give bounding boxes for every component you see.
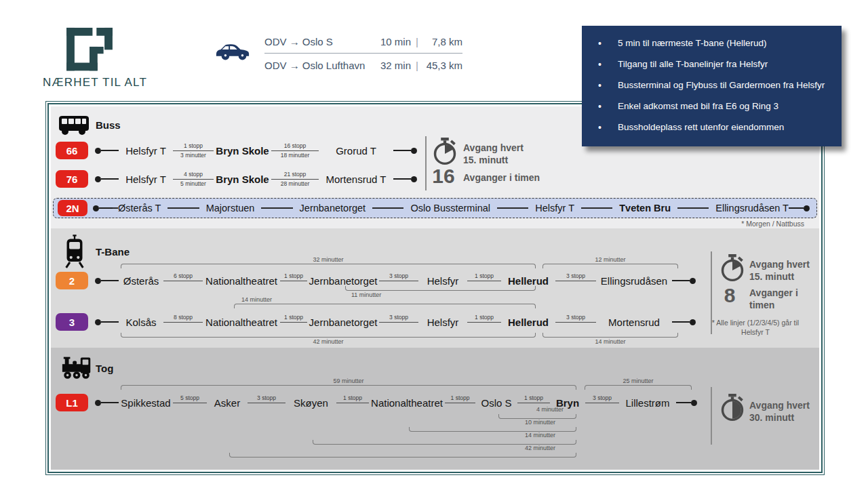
leg-stops: 1 stopp	[517, 394, 550, 403]
bracket-label: 12 minutter	[595, 256, 625, 263]
bracket-label: 14 minutter	[241, 296, 272, 303]
transit-board: Buss 66 Helsfyr T 1 stopp 3 minutter Bry…	[47, 103, 823, 473]
section-tog: Tog 59 minutter 25 minutter L1 Spikkesta…	[51, 348, 819, 470]
bullet-text: 5 min til nærmeste T-bane (Hellerud)	[618, 38, 767, 48]
frequency-label: Avganger i timen	[749, 287, 814, 311]
bracket-label: 42 minutter	[525, 445, 555, 451]
leg-stops: 3 stopp	[379, 272, 418, 281]
leg-stops: 8 stopp	[163, 314, 203, 322]
station-name: Mortensrud	[596, 317, 672, 328]
route-line	[261, 207, 292, 209]
headway-text: Avgang hvert 30. minutt	[749, 399, 824, 424]
station-name: Skøyen	[285, 397, 336, 409]
time-value: 32 min	[373, 60, 411, 71]
leg-stops: 5 stopp	[173, 394, 207, 403]
leg-time: 3 minutter	[173, 151, 214, 159]
station-name: Hellerud	[501, 317, 555, 328]
route-end-dot	[393, 176, 417, 182]
route-leg: 3 stopp	[379, 272, 418, 288]
bullet-text: Enkel adkomst med bil fra E6 og Ring 3	[618, 101, 778, 111]
separator: |	[411, 36, 423, 47]
time-bracket: 14 minutter	[234, 304, 536, 308]
route-end-dot	[676, 400, 697, 406]
time-bracket: 42 minutter	[229, 453, 576, 458]
station-name: Østerås T	[118, 203, 161, 214]
footnote-nattbuss: * Morgen / Nattbuss	[741, 220, 804, 228]
time-bracket: 12 minutter	[542, 264, 678, 268]
leg-stops: 1 stopp	[280, 272, 307, 281]
bullet-icon: •	[598, 38, 601, 49]
section-title-tog: Tog	[96, 363, 113, 374]
station-name: Bryn Skole	[214, 174, 271, 185]
route-leg: 1 stopp	[517, 394, 550, 410]
bracket-label: 10 minutter	[525, 419, 555, 426]
route-label: ODV → Oslo S	[264, 36, 373, 47]
drive-times-table: ODV → Oslo S 10 min | 7,8 km ODV → Oslo …	[264, 30, 462, 77]
station-name: Oslo S	[475, 397, 517, 409]
bullet-item: •Bussterminal og Flybuss til Gardermoen …	[582, 75, 842, 96]
route-line	[167, 207, 199, 209]
frequency-count: 16	[428, 165, 459, 188]
leg-stops: 1 stopp	[467, 272, 501, 281]
station-name: Kolsås	[119, 317, 163, 328]
bullet-item: •5 min til nærmeste T-bane (Hellerud)	[582, 33, 842, 54]
station-name: Nationaltheatret	[203, 275, 280, 287]
leg-stops: 3 stopp	[585, 394, 619, 403]
bracket-label: 32 minutter	[313, 256, 343, 263]
leg-stops: 1 stopp	[173, 142, 214, 150]
bullet-icon: •	[598, 80, 601, 91]
drive-time-row: ODV → Oslo Lufthavn 32 min | 45,3 km	[264, 54, 462, 77]
route-badge: 66	[56, 142, 88, 159]
route-leg: 21 stopp 28 minutter	[271, 171, 319, 186]
bracket-label: 59 minutter	[333, 378, 363, 384]
route-line	[372, 207, 403, 209]
station-name: Lillestrøm	[619, 397, 676, 409]
bracket-label: 14 minutter	[525, 432, 555, 439]
station-name: Asker	[207, 397, 248, 409]
leg-stops: 1 stopp	[336, 394, 369, 403]
route-leg: 3 stopp	[379, 314, 418, 329]
station-name: Helsfyr	[418, 275, 467, 287]
station-name: Tveten Bru	[619, 203, 671, 214]
route-leg: 4 stopp 5 minutter	[173, 171, 214, 186]
route-leg: 3 stopp	[248, 394, 285, 410]
route-badge: 3	[56, 313, 88, 331]
divider	[711, 387, 712, 445]
section-title-tbane: T-Bane	[96, 246, 130, 258]
leg-stops: 3 stopp	[379, 314, 418, 322]
distance-value: 7,8 km	[423, 36, 462, 47]
station-name: Hellerud	[501, 275, 555, 287]
route-leg: 6 stopp	[163, 272, 203, 288]
bracket-label: 42 minutter	[313, 338, 343, 345]
route-leg: 8 stopp	[163, 314, 203, 329]
bracket-label: 25 minutter	[623, 378, 653, 384]
bus-icon	[58, 115, 90, 139]
route-leg: 1 stopp	[467, 314, 501, 329]
frequency-count: 8	[715, 284, 744, 307]
route-end-dot	[672, 278, 696, 284]
footnote-alle-linjer: * Alle linjer (1/2/3/4/5) går til Helsfy…	[704, 318, 807, 337]
bracket-label: 11 minutter	[351, 291, 381, 298]
bullet-item: •Bussholdeplass rett utenfor eiendommen	[582, 117, 842, 138]
station-name: Spikkestad	[119, 397, 173, 409]
leg-time: 5 minutter	[173, 180, 214, 187]
station-name: Jernbanetorget	[300, 203, 366, 214]
bullet-icon: •	[598, 101, 601, 112]
time-bracket: 59 minutter	[121, 385, 576, 390]
time-bracket: 25 minutter	[585, 385, 692, 390]
stopwatch-icon	[719, 394, 745, 425]
leg-stops: 1 stopp	[445, 394, 475, 403]
bullet-icon: •	[598, 122, 601, 133]
station-name: Ellingsrudåsen T	[715, 203, 789, 214]
route-line	[581, 207, 612, 209]
station-name: Grorud T	[319, 145, 393, 157]
time-value: 10 min	[373, 36, 411, 47]
section-title-buss: Buss	[96, 119, 121, 131]
route-start-dot	[95, 176, 119, 182]
station-name: Ellingsrudåsen	[596, 275, 672, 287]
station-name: Helsfyr T	[535, 203, 574, 214]
route-start-dot	[95, 148, 119, 154]
metro-icon	[64, 234, 85, 272]
route-start-dot	[95, 278, 119, 284]
station-name: Jernbanetorget	[307, 317, 379, 328]
